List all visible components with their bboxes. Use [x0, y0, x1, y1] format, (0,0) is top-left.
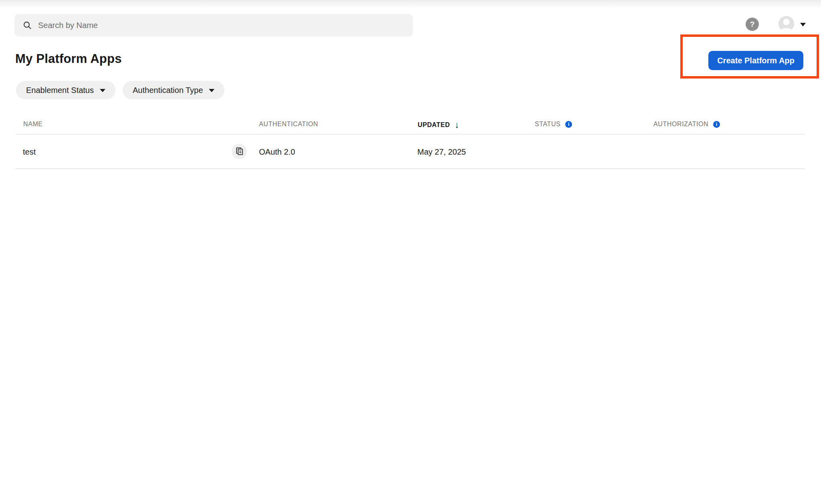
filter-label: Authentication Type	[133, 86, 203, 95]
create-platform-app-button[interactable]: Create Platform App	[708, 51, 803, 70]
sort-descending-icon[interactable]: ↓	[455, 121, 459, 129]
column-header-authorization[interactable]: AUTHORIZATION i	[653, 121, 720, 128]
info-icon[interactable]: i	[713, 121, 720, 128]
app-name-cell: test	[23, 147, 36, 157]
updated-cell: May 27, 2025	[417, 147, 466, 157]
search-input[interactable]	[38, 21, 405, 30]
filter-enablement-status[interactable]: Enablement Status	[16, 81, 115, 99]
copy-app-button[interactable]	[232, 144, 247, 159]
table-row-divider	[16, 168, 805, 169]
search-icon	[22, 20, 32, 30]
table-header-divider	[16, 134, 805, 135]
filter-authentication-type[interactable]: Authentication Type	[123, 81, 224, 99]
table-row[interactable]: test OAuth 2.0 May 27, 2025	[16, 135, 805, 168]
question-icon: ?	[750, 20, 755, 29]
filter-bar: Enablement Status Authentication Type	[16, 81, 224, 99]
info-icon[interactable]: i	[565, 121, 572, 128]
authentication-cell: OAuth 2.0	[259, 147, 295, 157]
help-button[interactable]: ?	[746, 18, 759, 31]
avatar	[779, 16, 794, 32]
column-header-authentication[interactable]: AUTHENTICATION	[259, 121, 318, 128]
chevron-down-icon	[209, 89, 214, 92]
filter-label: Enablement Status	[26, 86, 94, 95]
annotation-highlight: Create Platform App	[680, 34, 819, 79]
column-header-updated[interactable]: UPDATED ↓	[418, 121, 459, 129]
copy-icon	[235, 147, 244, 157]
column-header-name[interactable]: NAME	[23, 121, 43, 128]
user-menu[interactable]	[779, 16, 807, 32]
search-bar[interactable]	[14, 14, 413, 36]
chevron-down-icon	[100, 89, 105, 92]
top-shadow-gradient	[0, 0, 821, 8]
page-title: My Platform Apps	[15, 52, 122, 66]
column-header-status[interactable]: STATUS i	[535, 121, 572, 128]
chevron-down-icon	[800, 23, 806, 26]
